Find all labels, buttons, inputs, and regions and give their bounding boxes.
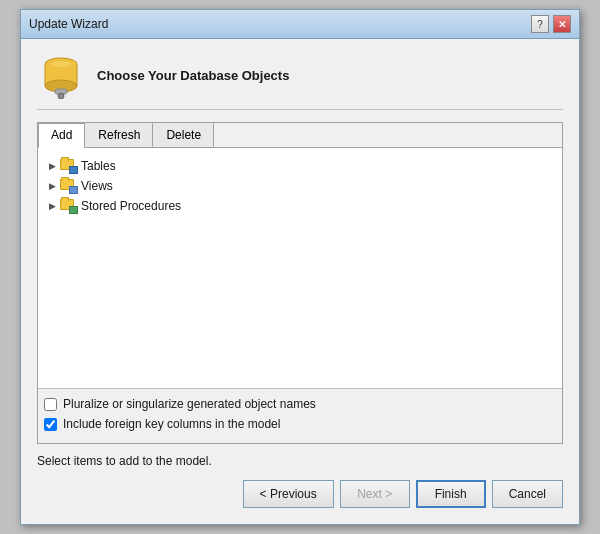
close-button[interactable]: ✕ (553, 15, 571, 33)
tab-content: ▶ Tables ▶ (38, 148, 562, 388)
tables-label: Tables (81, 159, 116, 173)
tree-item-tables[interactable]: ▶ Tables (44, 156, 556, 176)
cancel-button[interactable]: Cancel (492, 480, 563, 508)
header-title: Choose Your Database Objects (97, 68, 289, 83)
main-window: Update Wizard ? ✕ (20, 9, 580, 525)
help-button[interactable]: ? (531, 15, 549, 33)
finish-button[interactable]: Finish (416, 480, 486, 508)
tab-bar: Add Refresh Delete (38, 123, 562, 148)
tab-add[interactable]: Add (38, 123, 85, 148)
header-section: Choose Your Database Objects (37, 51, 563, 110)
expand-tables[interactable]: ▶ (44, 158, 60, 174)
window-title: Update Wizard (29, 17, 108, 31)
main-content-area: Add Refresh Delete ▶ Tables (37, 122, 563, 444)
tables-icon (60, 158, 78, 174)
next-button[interactable]: Next > (340, 480, 410, 508)
foreign-key-checkbox[interactable] (44, 418, 57, 431)
expand-views[interactable]: ▶ (44, 178, 60, 194)
stored-procedures-label: Stored Procedures (81, 199, 181, 213)
svg-point-6 (58, 93, 64, 99)
tree-item-views[interactable]: ▶ Views (44, 176, 556, 196)
tree-item-stored-procedures[interactable]: ▶ Stored Procedures (44, 196, 556, 216)
pluralize-row: Pluralize or singularize generated objec… (44, 397, 556, 411)
views-label: Views (81, 179, 113, 193)
expand-stored-procedures[interactable]: ▶ (44, 198, 60, 214)
previous-button[interactable]: < Previous (243, 480, 334, 508)
tab-delete[interactable]: Delete (153, 123, 214, 147)
status-text: Select items to add to the model. (37, 454, 563, 468)
options-section: Pluralize or singularize generated objec… (38, 388, 562, 443)
title-bar-controls: ? ✕ (531, 15, 571, 33)
database-icon (37, 51, 85, 99)
pluralize-label[interactable]: Pluralize or singularize generated objec… (63, 397, 316, 411)
title-bar: Update Wizard ? ✕ (21, 10, 579, 39)
pluralize-checkbox[interactable] (44, 398, 57, 411)
foreign-key-row: Include foreign key columns in the model (44, 417, 556, 431)
foreign-key-label[interactable]: Include foreign key columns in the model (63, 417, 280, 431)
footer-buttons: < Previous Next > Finish Cancel (37, 480, 563, 508)
stored-procedures-icon (60, 198, 78, 214)
svg-point-7 (51, 61, 71, 67)
window-body: Choose Your Database Objects Add Refresh… (21, 39, 579, 524)
views-icon (60, 178, 78, 194)
tab-refresh[interactable]: Refresh (85, 123, 153, 147)
